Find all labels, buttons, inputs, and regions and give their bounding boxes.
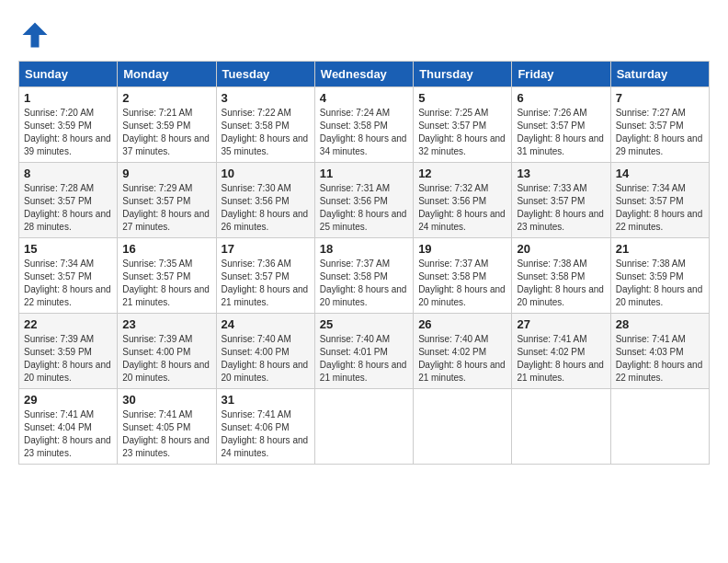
calendar-cell: 18 Sunrise: 7:37 AMSunset: 3:58 PMDaylig… — [314, 238, 413, 314]
day-info: Sunrise: 7:38 AMSunset: 3:59 PMDaylight:… — [616, 259, 703, 307]
day-number: 2 — [122, 91, 210, 105]
day-number: 10 — [222, 167, 310, 180]
calendar-cell: 24 Sunrise: 7:40 AMSunset: 4:00 PMDaylig… — [216, 314, 314, 389]
day-number: 12 — [418, 167, 506, 180]
weekday-header-thursday: Thursday — [414, 62, 512, 87]
day-number: 4 — [320, 91, 408, 105]
day-info: Sunrise: 7:28 AMSunset: 3:57 PMDaylight:… — [24, 183, 111, 232]
calendar-cell: 19 Sunrise: 7:37 AMSunset: 3:58 PMDaylig… — [414, 238, 512, 314]
day-info: Sunrise: 7:34 AMSunset: 3:57 PMDaylight:… — [24, 259, 111, 307]
day-number: 3 — [222, 91, 310, 105]
calendar-cell: 28 Sunrise: 7:41 AMSunset: 4:03 PMDaylig… — [610, 314, 709, 389]
calendar-cell: 31 Sunrise: 7:41 AMSunset: 4:06 PMDaylig… — [216, 389, 314, 465]
calendar-cell: 17 Sunrise: 7:36 AMSunset: 3:57 PMDaylig… — [216, 238, 314, 314]
logo — [18, 18, 55, 52]
day-number: 29 — [24, 393, 112, 407]
day-info: Sunrise: 7:27 AMSunset: 3:57 PMDaylight:… — [616, 108, 703, 156]
calendar-table: SundayMondayTuesdayWednesdayThursdayFrid… — [18, 61, 710, 465]
day-number: 15 — [24, 242, 112, 256]
logo-icon — [18, 18, 51, 52]
day-number: 25 — [320, 317, 408, 331]
day-number: 17 — [222, 242, 310, 256]
calendar-cell: 12 Sunrise: 7:32 AMSunset: 3:56 PMDaylig… — [414, 163, 512, 238]
calendar-cell: 5 Sunrise: 7:25 AMSunset: 3:57 PMDayligh… — [414, 87, 512, 163]
day-number: 31 — [222, 393, 310, 407]
calendar-cell: 16 Sunrise: 7:35 AMSunset: 3:57 PMDaylig… — [118, 238, 216, 314]
day-number: 27 — [517, 317, 605, 331]
day-number: 19 — [418, 242, 506, 256]
day-number: 6 — [517, 91, 605, 105]
day-info: Sunrise: 7:38 AMSunset: 3:58 PMDaylight:… — [517, 259, 604, 307]
day-info: Sunrise: 7:35 AMSunset: 3:57 PMDaylight:… — [122, 259, 210, 307]
day-info: Sunrise: 7:37 AMSunset: 3:58 PMDaylight:… — [418, 259, 506, 307]
calendar-header-row: SundayMondayTuesdayWednesdayThursdayFrid… — [19, 62, 710, 87]
day-info: Sunrise: 7:41 AMSunset: 4:06 PMDaylight:… — [222, 409, 309, 458]
day-number: 28 — [616, 317, 704, 331]
calendar-cell: 21 Sunrise: 7:38 AMSunset: 3:59 PMDaylig… — [610, 238, 709, 314]
day-info: Sunrise: 7:25 AMSunset: 3:57 PMDaylight:… — [418, 108, 506, 156]
day-number: 20 — [517, 242, 605, 256]
calendar-cell: 22 Sunrise: 7:39 AMSunset: 3:59 PMDaylig… — [19, 314, 118, 389]
weekday-header-tuesday: Tuesday — [216, 62, 314, 87]
day-info: Sunrise: 7:40 AMSunset: 4:02 PMDaylight:… — [418, 334, 506, 383]
calendar-week-row: 8 Sunrise: 7:28 AMSunset: 3:57 PMDayligh… — [19, 163, 710, 238]
day-number: 1 — [24, 91, 112, 105]
calendar-week-row: 22 Sunrise: 7:39 AMSunset: 3:59 PMDaylig… — [19, 314, 710, 389]
day-info: Sunrise: 7:21 AMSunset: 3:59 PMDaylight:… — [122, 108, 210, 156]
day-info: Sunrise: 7:41 AMSunset: 4:03 PMDaylight:… — [616, 334, 703, 383]
calendar-cell: 1 Sunrise: 7:20 AMSunset: 3:59 PMDayligh… — [19, 87, 118, 163]
weekday-header-friday: Friday — [512, 62, 610, 87]
weekday-header-wednesday: Wednesday — [314, 62, 413, 87]
weekday-header-monday: Monday — [118, 62, 216, 87]
day-info: Sunrise: 7:36 AMSunset: 3:57 PMDaylight:… — [222, 259, 309, 307]
calendar-cell: 30 Sunrise: 7:41 AMSunset: 4:05 PMDaylig… — [118, 389, 216, 465]
calendar-cell: 7 Sunrise: 7:27 AMSunset: 3:57 PMDayligh… — [610, 87, 709, 163]
day-number: 26 — [418, 317, 506, 331]
calendar-cell: 14 Sunrise: 7:34 AMSunset: 3:57 PMDaylig… — [610, 163, 709, 238]
calendar-cell — [414, 389, 512, 465]
day-info: Sunrise: 7:22 AMSunset: 3:58 PMDaylight:… — [222, 108, 309, 156]
calendar-cell: 9 Sunrise: 7:29 AMSunset: 3:57 PMDayligh… — [118, 163, 216, 238]
day-info: Sunrise: 7:24 AMSunset: 3:58 PMDaylight:… — [320, 108, 407, 156]
calendar-week-row: 15 Sunrise: 7:34 AMSunset: 3:57 PMDaylig… — [19, 238, 710, 314]
calendar-cell: 3 Sunrise: 7:22 AMSunset: 3:58 PMDayligh… — [216, 87, 314, 163]
day-number: 7 — [616, 91, 704, 105]
day-number: 5 — [418, 91, 506, 105]
weekday-header-sunday: Sunday — [19, 62, 118, 87]
calendar-week-row: 29 Sunrise: 7:41 AMSunset: 4:04 PMDaylig… — [19, 389, 710, 465]
calendar-week-row: 1 Sunrise: 7:20 AMSunset: 3:59 PMDayligh… — [19, 87, 710, 163]
day-number: 9 — [122, 167, 210, 180]
day-info: Sunrise: 7:41 AMSunset: 4:04 PMDaylight:… — [24, 409, 111, 458]
calendar-cell: 4 Sunrise: 7:24 AMSunset: 3:58 PMDayligh… — [314, 87, 413, 163]
day-number: 11 — [320, 167, 408, 180]
calendar-cell: 6 Sunrise: 7:26 AMSunset: 3:57 PMDayligh… — [512, 87, 610, 163]
day-info: Sunrise: 7:20 AMSunset: 3:59 PMDaylight:… — [24, 108, 111, 156]
day-info: Sunrise: 7:31 AMSunset: 3:56 PMDaylight:… — [320, 183, 407, 232]
day-number: 14 — [616, 167, 704, 180]
calendar-cell — [314, 389, 413, 465]
day-info: Sunrise: 7:39 AMSunset: 3:59 PMDaylight:… — [24, 334, 111, 383]
calendar-cell: 13 Sunrise: 7:33 AMSunset: 3:57 PMDaylig… — [512, 163, 610, 238]
calendar-cell: 10 Sunrise: 7:30 AMSunset: 3:56 PMDaylig… — [216, 163, 314, 238]
day-number: 16 — [122, 242, 210, 256]
calendar-cell: 25 Sunrise: 7:40 AMSunset: 4:01 PMDaylig… — [314, 314, 413, 389]
calendar-cell: 2 Sunrise: 7:21 AMSunset: 3:59 PMDayligh… — [118, 87, 216, 163]
calendar-cell: 26 Sunrise: 7:40 AMSunset: 4:02 PMDaylig… — [414, 314, 512, 389]
day-info: Sunrise: 7:40 AMSunset: 4:00 PMDaylight:… — [222, 334, 309, 383]
calendar-cell: 27 Sunrise: 7:41 AMSunset: 4:02 PMDaylig… — [512, 314, 610, 389]
day-info: Sunrise: 7:37 AMSunset: 3:58 PMDaylight:… — [320, 259, 407, 307]
day-info: Sunrise: 7:34 AMSunset: 3:57 PMDaylight:… — [616, 183, 703, 232]
day-info: Sunrise: 7:33 AMSunset: 3:57 PMDaylight:… — [517, 183, 604, 232]
calendar-cell — [610, 389, 709, 465]
calendar-cell: 8 Sunrise: 7:28 AMSunset: 3:57 PMDayligh… — [19, 163, 118, 238]
weekday-header-saturday: Saturday — [610, 62, 709, 87]
day-number: 24 — [222, 317, 310, 331]
calendar-cell — [512, 389, 610, 465]
day-info: Sunrise: 7:40 AMSunset: 4:01 PMDaylight:… — [320, 334, 407, 383]
day-info: Sunrise: 7:41 AMSunset: 4:02 PMDaylight:… — [517, 334, 604, 383]
calendar-cell: 15 Sunrise: 7:34 AMSunset: 3:57 PMDaylig… — [19, 238, 118, 314]
calendar-cell: 23 Sunrise: 7:39 AMSunset: 4:00 PMDaylig… — [118, 314, 216, 389]
day-number: 22 — [24, 317, 112, 331]
day-info: Sunrise: 7:26 AMSunset: 3:57 PMDaylight:… — [517, 108, 604, 156]
day-number: 8 — [24, 167, 112, 180]
